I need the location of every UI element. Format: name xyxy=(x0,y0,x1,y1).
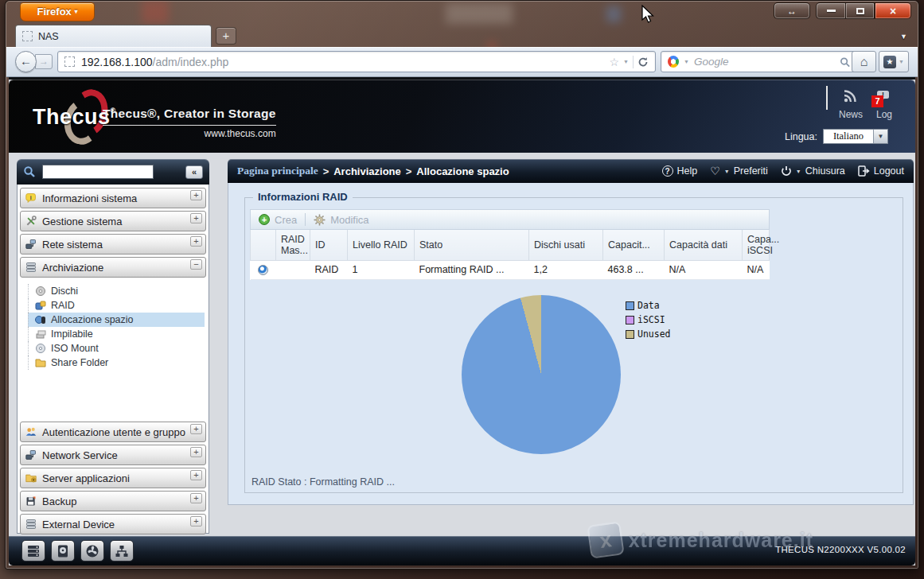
sidebar-search-bar: « xyxy=(17,159,209,185)
language-select[interactable]: Italiano ▼ xyxy=(823,129,888,144)
minimize-button[interactable] xyxy=(816,2,845,19)
modifica-button[interactable]: Modifica xyxy=(314,214,368,226)
iso-mount-icon xyxy=(35,343,46,354)
sidebar-section-rete-sistema[interactable]: Rete sistema + xyxy=(20,234,206,255)
log-button[interactable]: ! Log 7 xyxy=(872,89,896,120)
browser-window: Firefox ▾ ↔ × NAS xyxy=(5,0,919,569)
raid-table-header-row: RAID Mas... ID Livello RAID Stato Dischi… xyxy=(251,230,770,260)
sidebar-section-backup[interactable]: Backup + xyxy=(20,491,206,511)
network-service-icon xyxy=(25,449,37,460)
column-header-id: ID xyxy=(310,230,348,260)
power-icon xyxy=(781,165,792,177)
server-status-button[interactable] xyxy=(21,540,45,562)
sidebar: « i Informazioni sistema + xyxy=(17,159,209,534)
titlebar: Firefox ▾ ↔ × xyxy=(6,1,918,25)
back-button[interactable]: ← xyxy=(15,51,37,72)
search-input[interactable] xyxy=(694,56,835,68)
plus-icon: + xyxy=(259,214,270,225)
expand-icon[interactable]: + xyxy=(190,470,202,480)
list-all-tabs-icon[interactable]: ▼ xyxy=(900,33,907,41)
network-icon xyxy=(25,239,37,250)
external-device-icon xyxy=(25,519,37,530)
disk-icon xyxy=(35,286,46,297)
sidebar-item-dischi[interactable]: Dischi xyxy=(28,284,206,298)
expand-icon[interactable]: + xyxy=(190,236,202,247)
sidebar-collapse-button[interactable]: « xyxy=(185,165,203,179)
logout-icon xyxy=(858,165,870,177)
storage-icon xyxy=(25,262,37,273)
url-path: /adm/index.php xyxy=(153,56,229,68)
sidebar-section-network-service[interactable]: Network Service + xyxy=(20,445,206,465)
bookmark-star-icon[interactable]: ☆ xyxy=(610,56,620,68)
firefox-menu-button[interactable]: Firefox ▾ xyxy=(20,2,95,21)
expand-icon[interactable]: + xyxy=(190,424,202,434)
preferiti-button[interactable]: ♡ ▼ Preferiti xyxy=(710,165,768,177)
expand-icon[interactable]: + xyxy=(190,516,202,527)
sidebar-section-informazioni-sistema[interactable]: i Informazioni sistema + xyxy=(20,188,206,208)
legend-swatch xyxy=(626,330,634,339)
disk-status-button[interactable] xyxy=(51,540,75,562)
breadcrumb-home-link[interactable]: Pagina principale xyxy=(237,165,318,177)
expand-icon[interactable]: + xyxy=(190,493,202,503)
fan-status-button[interactable] xyxy=(80,540,104,562)
bookmarks-menu-button[interactable]: ★ ▼ xyxy=(879,51,909,72)
maximize-button[interactable] xyxy=(845,2,875,19)
raid-info-fieldset: Informazioni RAID + Crea xyxy=(244,197,903,493)
sidebar-item-raid[interactable]: RAID xyxy=(28,298,206,313)
logout-button[interactable]: Logout xyxy=(858,165,904,177)
sidebar-section-server-applicazioni[interactable]: Server applicazioni + xyxy=(20,468,206,488)
chevron-down-icon[interactable]: ▼ xyxy=(684,59,689,64)
raid-table: RAID Mas... ID Livello RAID Stato Dischi… xyxy=(250,230,770,280)
reload-icon[interactable] xyxy=(637,56,649,68)
sidebar-section-gestione-sistema[interactable]: Gestione sistema + xyxy=(20,211,206,231)
help-button[interactable]: ? Help xyxy=(662,165,698,177)
pie-chart xyxy=(462,295,621,454)
close-button[interactable]: × xyxy=(875,2,911,19)
forward-button[interactable]: → xyxy=(35,54,53,69)
sidebar-item-impilabile[interactable]: Impilabile xyxy=(28,327,206,341)
gear-icon xyxy=(314,214,326,226)
server-icon xyxy=(26,544,41,558)
column-header-capacita-dati: Capacità dati xyxy=(665,230,743,260)
tab-nas[interactable]: NAS xyxy=(15,25,212,47)
website-link: www.thecus.com xyxy=(103,128,276,139)
chiusura-button[interactable]: ▼ Chiusura xyxy=(781,165,845,177)
sidebar-item-allocazione-spazio[interactable]: Allocazione spazio xyxy=(28,313,205,327)
raid-status-line: RAID Stato : Formatting RAID ... xyxy=(251,476,395,488)
raid-table-row[interactable]: RAID 1 Formatting RAID ... 1,2 463.8 ...… xyxy=(251,260,770,279)
raid-row-radio[interactable] xyxy=(258,265,268,275)
new-tab-button[interactable]: + xyxy=(216,27,236,45)
screen: Firefox ▾ ↔ × NAS xyxy=(0,0,924,579)
column-header-raid-master: RAID Mas... xyxy=(276,230,310,260)
app-server-icon xyxy=(25,472,37,484)
search-icon[interactable] xyxy=(840,56,850,68)
expand-icon[interactable]: + xyxy=(190,213,202,223)
legend-item-data: Data xyxy=(626,300,671,311)
cell-stato: Formatting RAID ... xyxy=(415,260,529,279)
expand-icon[interactable]: + xyxy=(190,447,202,457)
sidebar-section-external-device[interactable]: External Device + xyxy=(20,514,206,534)
restore-down-button[interactable]: ↔ xyxy=(774,2,810,19)
legend-item-unused: Unused xyxy=(626,328,671,340)
network-tree-icon xyxy=(115,544,129,558)
stackable-icon xyxy=(35,328,46,340)
divider xyxy=(305,213,306,226)
sidebar-section-autenticazione[interactable]: Autenticazione utente e gruppo + xyxy=(20,422,206,442)
sidebar-item-share-folder[interactable]: Share Folder xyxy=(28,356,206,370)
crea-button[interactable]: + Crea xyxy=(259,214,297,226)
cell-dischi-usati: 1,2 xyxy=(529,260,603,279)
expand-icon[interactable]: + xyxy=(190,190,202,200)
news-button[interactable]: News xyxy=(839,89,863,120)
network-status-button[interactable] xyxy=(110,540,134,562)
sidebar-section-archiviazione[interactable]: Archiviazione − xyxy=(20,257,206,278)
sidebar-item-iso-mount[interactable]: ISO Mount xyxy=(28,341,206,356)
legend-swatch xyxy=(626,316,634,324)
url-bar[interactable]: 192.168.1.100/adm/index.php ☆ ▼ xyxy=(57,51,656,72)
site-identity-icon xyxy=(64,56,75,67)
content-panel: Informazioni RAID + Crea xyxy=(228,183,914,505)
chevron-down-icon[interactable]: ▼ xyxy=(623,59,629,64)
search-bar[interactable]: ▼ xyxy=(661,51,857,72)
sidebar-search-input[interactable] xyxy=(42,165,154,179)
home-button[interactable]: ⌂ xyxy=(852,51,876,72)
collapse-section-icon[interactable]: − xyxy=(190,259,202,270)
